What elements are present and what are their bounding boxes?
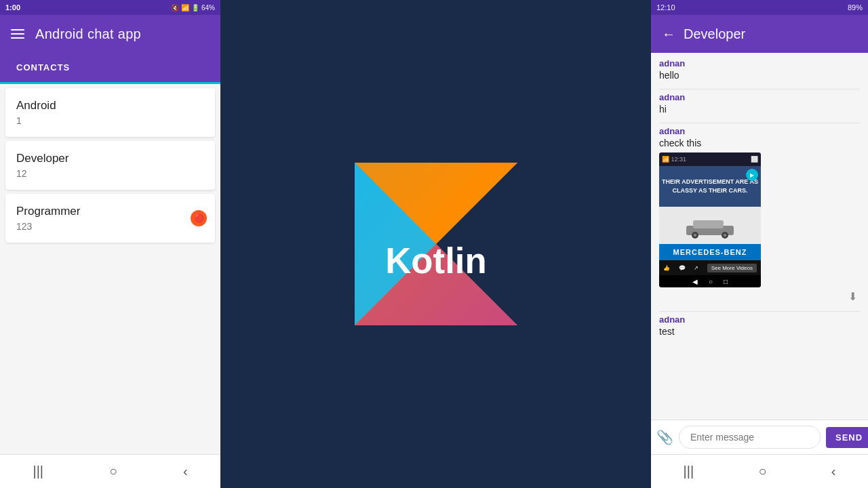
bottom-nav-right: ||| ○ ‹ [651, 454, 868, 488]
msg-text-2: hi [659, 104, 860, 115]
divider-1 [659, 89, 860, 89]
status-bar-right: 12:10 89% [651, 0, 868, 15]
contact-name-developer: Developer [16, 152, 204, 165]
status-bar-left: 1:00 🔇 📶 🔋 64% [0, 0, 220, 15]
chat-title: Developer [684, 26, 745, 42]
nav-recent-right[interactable]: ||| [684, 464, 694, 479]
app-title: Android chat app [35, 26, 141, 42]
video-controls[interactable]: 👍 💬 ↗ See More Videos [659, 260, 761, 275]
svg-rect-6 [693, 220, 724, 228]
tab-contacts[interactable]: CONTACTS [0, 53, 86, 84]
attach-icon[interactable]: 📎 [656, 429, 673, 445]
video-top-bar: 📶 12:31 ⬜ [659, 152, 761, 166]
status-icons-left: 🔇 📶 🔋 64% [171, 4, 215, 12]
message-hello: adnan hello [659, 58, 860, 81]
message-input[interactable] [679, 426, 821, 449]
video-ad-text: THEIR ADVERTISEMENT ARE AS CLASSY AS THE… [659, 166, 761, 207]
hamburger-menu-icon[interactable] [11, 29, 24, 39]
nav-recent-left[interactable]: ||| [33, 464, 43, 479]
unread-badge-programmer: 🔴 [191, 210, 207, 226]
svg-point-9 [694, 234, 696, 237]
contact-msg-programmer: 123 [16, 221, 204, 232]
nav-home-right[interactable]: ○ [758, 464, 766, 479]
bottom-nav-left: ||| ○ ‹ [0, 454, 220, 488]
middle-panel: Kotlin [220, 0, 651, 488]
nav-back-left[interactable]: ‹ [183, 464, 188, 479]
tabs-bar: CONTACTS [0, 53, 220, 84]
time-left: 1:00 [5, 3, 20, 12]
chat-messages: adnan hello adnan hi adnan check this 📶 … [651, 53, 868, 420]
time-right: 12:10 [656, 3, 675, 12]
video-thumbnail[interactable]: 📶 12:31 ⬜ THEIR ADVERTISEMENT ARE AS CLA… [659, 152, 761, 287]
nav-square[interactable]: □ [724, 278, 728, 285]
msg-text-1: hello [659, 70, 860, 81]
message-test: adnan test [659, 314, 860, 337]
divider-3 [659, 311, 860, 312]
msg-sender-3: adnan [659, 126, 860, 136]
contact-developer[interactable]: Developer 12 [5, 141, 215, 190]
back-arrow-icon[interactable]: ← [662, 26, 675, 42]
contact-msg-android: 1 [16, 115, 204, 126]
input-area: 📎 SEND [651, 420, 868, 454]
app-bar-left: Android chat app [0, 15, 220, 53]
nav-back-right[interactable]: ‹ [831, 464, 836, 479]
contact-msg-developer: 12 [16, 168, 204, 179]
car-svg [676, 212, 744, 239]
msg-text-4: test [659, 326, 860, 337]
contact-name-programmer: Programmer [16, 205, 204, 218]
nav-home-left[interactable]: ○ [109, 464, 117, 479]
comment-icon[interactable]: 💬 [679, 265, 686, 271]
message-hi: adnan hi [659, 92, 860, 115]
contact-android[interactable]: Android 1 [5, 88, 215, 137]
msg-text-3: check this [659, 138, 860, 148]
battery-icon-left: 🔇 📶 🔋 [171, 4, 199, 12]
play-button[interactable]: ▶ [746, 169, 758, 181]
msg-sender-4: adnan [659, 314, 860, 325]
msg-sender-2: adnan [659, 92, 860, 102]
right-panel: 12:10 89% ← Developer adnan hello adnan … [651, 0, 868, 488]
mercedes-banner: MERCEDES-BENZ [659, 244, 761, 260]
status-icons-right: 89% [848, 3, 863, 12]
car-image [659, 207, 761, 244]
video-nav: ◀ ○ □ [659, 275, 761, 287]
download-indicator: ⬇ [659, 290, 860, 303]
msg-sender-1: adnan [659, 58, 860, 68]
nav-prev[interactable]: ◀ [692, 278, 698, 285]
battery-level-left: 64% [201, 4, 215, 12]
share-icon[interactable]: ↗ [694, 265, 698, 271]
battery-right: 89% [848, 3, 863, 12]
svg-point-10 [724, 234, 726, 237]
app-bar-right: ← Developer [651, 15, 868, 53]
send-button[interactable]: SEND [826, 427, 868, 448]
kotlin-logo: Kotlin [355, 163, 517, 325]
contact-programmer[interactable]: Programmer 123 🔴 [5, 194, 215, 243]
download-icon[interactable]: ⬇ [848, 290, 857, 303]
like-icon[interactable]: 👍 [663, 265, 670, 271]
divider-2 [659, 123, 860, 123]
svg-text:Kotlin: Kotlin [385, 241, 487, 281]
contacts-list: Android 1 Developer 12 Programmer 123 🔴 [0, 84, 220, 454]
message-check-this: adnan check this 📶 12:31 ⬜ THEIR ADVERTI… [659, 126, 860, 303]
nav-circle[interactable]: ○ [709, 278, 713, 285]
left-panel: 1:00 🔇 📶 🔋 64% Android chat app CONTACTS… [0, 0, 220, 488]
see-more-button[interactable]: See More Videos [707, 264, 757, 272]
contact-name-android: Android [16, 99, 204, 113]
